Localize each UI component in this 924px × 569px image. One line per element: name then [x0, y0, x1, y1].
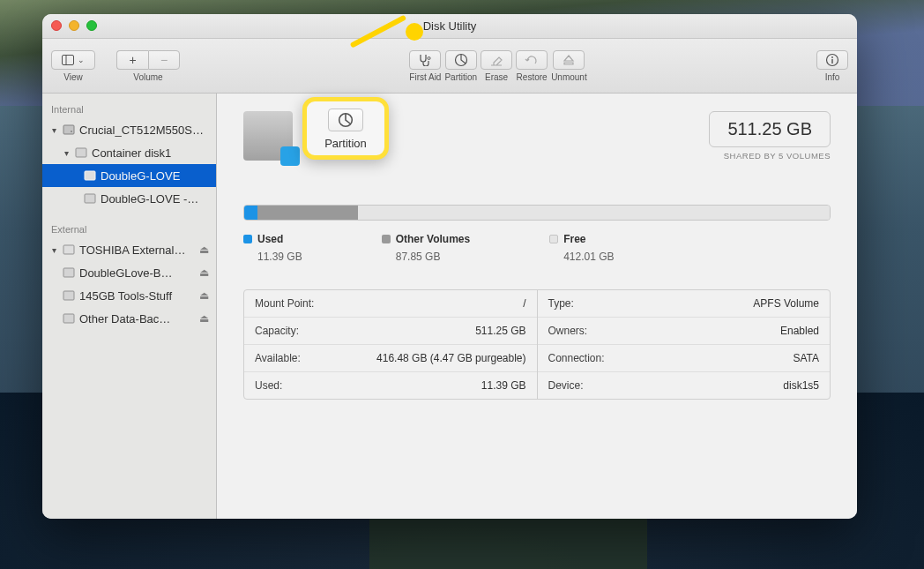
close-button[interactable] [51, 20, 62, 31]
sidebar-item-label: Other Data-Bac… [79, 312, 216, 326]
info-row: Used:11.39 GB [244, 372, 537, 399]
info-icon [825, 53, 839, 67]
svg-rect-11 [85, 194, 95, 203]
titlebar[interactable]: Disk Utility [42, 14, 857, 39]
svg-rect-15 [63, 314, 74, 323]
disk-utility-window: Disk Utility ⌄ View + − Volume First Aid [42, 14, 857, 519]
sidebar-section-internal: Internal [42, 99, 216, 118]
window-title: Disk Utility [423, 19, 477, 33]
volume-remove-button[interactable]: − [148, 50, 180, 70]
info-button[interactable] [816, 50, 848, 70]
partition-icon [454, 53, 468, 67]
svg-rect-13 [63, 268, 74, 277]
info-value: APFS Volume [753, 297, 819, 310]
info-row: Owners:Enabled [538, 318, 831, 345]
toolbar-unmount-label: Unmount [551, 72, 587, 82]
legend-used: Used 11.39 GB [243, 233, 302, 263]
info-key: Device: [548, 379, 584, 392]
partition-button[interactable] [445, 50, 477, 70]
sidebar-item-toshiba[interactable]: ▾ TOSHIBA External… ⏏ [42, 238, 216, 261]
svg-rect-6 [831, 59, 832, 64]
eject-icon[interactable]: ⏏ [199, 312, 209, 325]
sidebar-section-external: External [42, 219, 216, 238]
sidebar-item-doubleg-love[interactable]: DoubleG-LOVE [42, 164, 216, 187]
info-col-right: Type:APFS Volume Owners:Enabled Connecti… [538, 290, 831, 399]
sidebar-item-label: DoubleG-LOVE [101, 169, 216, 183]
erase-icon [489, 54, 503, 66]
sidebar-item-145gb-tools[interactable]: 145GB Tools-Stuff ⏏ [42, 284, 216, 307]
info-value: SATA [793, 352, 819, 364]
volume-icon [62, 311, 76, 326]
usage-segment-used [244, 206, 257, 220]
sidebar-item-crucial-disk[interactable]: ▾ Crucial_CT512M550S… [42, 118, 216, 141]
toolbar-view-label: View [63, 72, 83, 82]
sidebar-item-label: DoubleG-LOVE -… [101, 192, 216, 206]
info-table: Mount Point:/ Capacity:511.25 GB Availab… [243, 289, 831, 400]
sidebar-item-label: TOSHIBA External… [79, 243, 216, 257]
sidebar: Internal ▾ Crucial_CT512M550S… ▾ Contain… [42, 94, 217, 519]
volume-shared-by: SHARED BY 5 VOLUMES [709, 151, 831, 161]
info-key: Type: [548, 297, 574, 310]
toolbar-info-label: Info [825, 72, 840, 82]
callout-partition: Partition [302, 97, 389, 160]
toolbar-info-group: Info [816, 50, 848, 82]
volume-add-button[interactable]: + [116, 50, 148, 70]
chevron-down-icon[interactable]: ▾ [49, 245, 58, 255]
svg-rect-12 [63, 245, 74, 254]
svg-rect-10 [85, 171, 95, 180]
external-hdd-icon [62, 243, 76, 257]
volume-size: 511.25 GB [727, 119, 812, 139]
info-key: Mount Point: [255, 297, 314, 310]
swatch-free [549, 235, 558, 243]
toolbar-erase-group: Erase [481, 50, 512, 82]
eject-icon[interactable]: ⏏ [199, 289, 209, 302]
sidebar-item-doubleg-love-data[interactable]: DoubleG-LOVE -… [42, 187, 216, 210]
minimize-button[interactable] [69, 20, 79, 31]
toolbar-restore-label: Restore [517, 72, 548, 82]
erase-button[interactable] [481, 50, 512, 70]
sidebar-item-label: DoubleGLove-B… [79, 266, 216, 280]
toolbar: ⌄ View + − Volume First Aid [42, 39, 857, 94]
info-value: 416.48 GB (4.47 GB purgeable) [376, 352, 525, 364]
container-icon [74, 146, 88, 160]
usage-segment-free [358, 206, 830, 220]
toolbar-firstaid-label: First Aid [409, 72, 441, 82]
sidebar-icon [62, 55, 74, 65]
zoom-button[interactable] [86, 20, 97, 31]
sidebar-item-container-disk1[interactable]: ▾ Container disk1 [42, 141, 216, 164]
sidebar-item-label: Container disk1 [92, 146, 216, 160]
volume-icon [62, 288, 76, 303]
eject-icon[interactable]: ⏏ [199, 266, 209, 279]
chevron-down-icon[interactable]: ▾ [49, 125, 58, 135]
eject-icon[interactable]: ⏏ [199, 243, 209, 256]
chevron-down-icon[interactable]: ▾ [62, 148, 71, 158]
svg-rect-9 [76, 148, 86, 157]
swatch-used [243, 235, 252, 243]
legend-free: Free 412.01 GB [549, 233, 614, 263]
svg-point-5 [831, 56, 833, 58]
sidebar-item-doubleglove-b[interactable]: DoubleGLove-B… ⏏ [42, 261, 216, 284]
legend-used-label: Used [257, 233, 283, 245]
window-controls [51, 20, 97, 31]
info-value: 11.39 GB [481, 379, 526, 392]
volume-icon [62, 266, 76, 280]
hdd-icon [62, 123, 76, 137]
swatch-other [382, 235, 391, 243]
legend-free-label: Free [563, 233, 585, 245]
info-row: Connection:SATA [538, 345, 831, 372]
view-button[interactable]: ⌄ [51, 50, 95, 70]
restore-button[interactable] [516, 50, 548, 70]
info-key: Owners: [548, 325, 588, 337]
sidebar-item-other-data[interactable]: Other Data-Bac… ⏏ [42, 307, 216, 330]
toolbar-volume-group: + − Volume [116, 50, 180, 82]
volume-artwork [243, 111, 293, 161]
size-box: 511.25 GB [709, 111, 831, 147]
toolbar-firstaid-group: First Aid [409, 50, 441, 82]
firstaid-button[interactable] [409, 50, 441, 70]
unmount-button[interactable] [553, 50, 585, 70]
info-row: Type:APFS Volume [538, 290, 831, 318]
legend-other: Other Volumes 87.85 GB [382, 233, 470, 263]
toolbar-partition-group: Partition [444, 50, 477, 82]
callout-label: Partition [307, 137, 384, 150]
volume-icon [83, 168, 97, 183]
